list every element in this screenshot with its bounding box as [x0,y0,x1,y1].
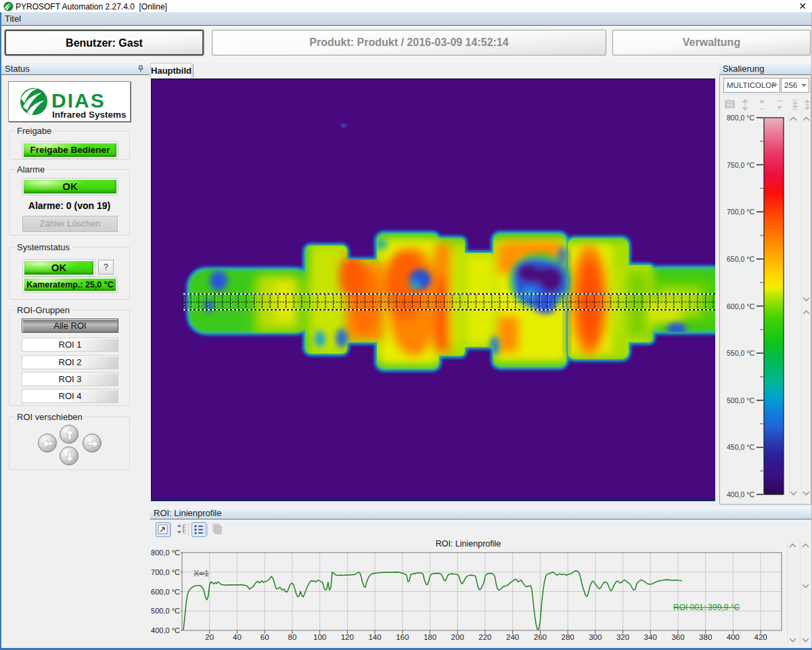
svg-text:800,0 °C: 800,0 °C [727,114,754,122]
svg-text:120: 120 [341,633,354,641]
svg-text:300: 300 [589,633,602,641]
svg-text:140: 140 [368,633,381,641]
svg-text:220: 220 [478,633,491,641]
svg-text:160: 160 [396,633,409,641]
svg-text:320: 320 [616,633,629,641]
svg-text:360: 360 [671,633,684,641]
svg-text:280: 280 [562,633,574,641]
svg-text:180: 180 [424,633,436,641]
svg-text:450,0 °C: 450,0 °C [727,443,754,451]
svg-text:420: 420 [754,633,767,641]
svg-text:400,0 °C: 400,0 °C [727,490,754,498]
svg-text:Infrared Systems: Infrared Systems [52,110,127,120]
svg-text:260: 260 [534,633,547,641]
svg-text:340: 340 [644,633,657,641]
svg-text:700,0 °C: 700,0 °C [151,568,180,576]
svg-text:X=1: X=1 [194,569,209,578]
svg-text:240: 240 [506,633,519,641]
svg-text:DIAS: DIAS [51,89,106,112]
svg-text:500,0 °C: 500,0 °C [727,396,754,404]
svg-text:ROI 001: 399,9 °C: ROI 001: 399,9 °C [673,603,740,612]
svg-text:80: 80 [288,633,297,641]
svg-text:40: 40 [233,633,242,641]
svg-text:400,0 °C: 400,0 °C [151,626,180,634]
svg-text:20: 20 [205,633,214,641]
svg-text:550,0 °C: 550,0 °C [727,349,754,357]
svg-text:380: 380 [699,633,712,641]
svg-text:60: 60 [261,633,269,641]
svg-text:600,0 °C: 600,0 °C [151,588,180,596]
svg-text:750,0 °C: 750,0 °C [727,161,754,169]
svg-text:700,0 °C: 700,0 °C [727,208,754,216]
svg-text:100: 100 [313,633,326,641]
svg-text:400: 400 [727,633,740,641]
svg-text:500,0 °C: 500,0 °C [151,607,180,615]
svg-text:650,0 °C: 650,0 °C [727,255,754,263]
svg-text:200: 200 [451,633,464,641]
svg-text:800,0 °C: 800,0 °C [151,549,180,557]
svg-text:600,0 °C: 600,0 °C [727,302,754,310]
